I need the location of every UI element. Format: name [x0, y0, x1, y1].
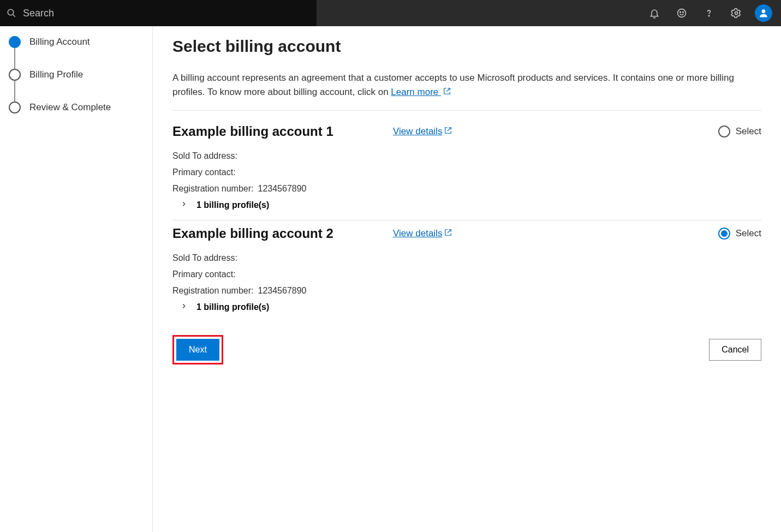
registration-value: 1234567890	[258, 286, 307, 296]
step-label: Billing Profile	[29, 69, 83, 80]
feedback-icon[interactable]	[669, 0, 695, 26]
svg-point-2	[678, 9, 686, 17]
help-icon[interactable]	[696, 0, 722, 26]
step-connector-line	[14, 81, 15, 101]
cancel-button[interactable]: Cancel	[709, 339, 761, 361]
select-radio[interactable]: Select	[718, 125, 761, 138]
sold-to-label: Sold To address:	[172, 253, 237, 263]
billing-profiles-toggle[interactable]: 1 billing profile(s)	[172, 302, 761, 312]
sold-to-label: Sold To address:	[172, 151, 237, 161]
registration-label: Registration number:	[172, 286, 254, 296]
billing-profiles-text: 1 billing profile(s)	[196, 302, 269, 312]
step-label: Review & Complete	[29, 102, 111, 113]
registration-row: Registration number: 1234567890	[172, 286, 761, 296]
step-circle-icon	[9, 69, 21, 81]
account-header: Example billing account 2 View details S…	[172, 226, 761, 241]
step-billing-account[interactable]: Billing Account	[9, 36, 144, 69]
step-label: Billing Account	[29, 37, 90, 47]
svg-point-5	[708, 15, 710, 16]
learn-more-link[interactable]: Learn more	[391, 87, 451, 97]
svg-point-0	[8, 9, 14, 15]
search-wrap	[0, 0, 317, 26]
step-billing-profile[interactable]: Billing Profile	[9, 69, 144, 101]
svg-point-6	[735, 12, 738, 15]
view-details-link[interactable]: View details	[393, 126, 452, 137]
main-panel: Select billing account A billing account…	[153, 26, 781, 532]
content: Billing Account Billing Profile Review &…	[0, 26, 781, 532]
topbar-icons	[641, 0, 777, 26]
chevron-right-icon	[180, 302, 188, 312]
primary-contact-label: Primary contact:	[172, 168, 236, 177]
primary-contact-label: Primary contact:	[172, 270, 236, 279]
svg-point-4	[683, 12, 684, 13]
step-review-complete[interactable]: Review & Complete	[9, 101, 144, 113]
view-details-link[interactable]: View details	[393, 228, 452, 239]
radio-icon	[718, 125, 730, 138]
account-name: Example billing account 2	[172, 226, 380, 241]
registration-row: Registration number: 1234567890	[172, 184, 761, 194]
notifications-icon[interactable]	[641, 0, 667, 26]
top-bar	[0, 0, 781, 26]
learn-more-text: Learn more	[391, 87, 438, 97]
step-circle-icon	[9, 36, 21, 48]
account-name: Example billing account 1	[172, 124, 380, 139]
settings-icon[interactable]	[723, 0, 749, 26]
sold-to-row: Sold To address:	[172, 253, 761, 263]
registration-value: 1234567890	[258, 184, 307, 194]
next-button[interactable]: Next	[176, 339, 219, 361]
billing-profiles-toggle[interactable]: 1 billing profile(s)	[172, 200, 761, 210]
svg-line-1	[13, 14, 15, 17]
select-radio[interactable]: Select	[718, 228, 761, 240]
search-icon	[7, 8, 16, 18]
sold-to-row: Sold To address:	[172, 151, 761, 161]
external-link-icon	[444, 126, 452, 137]
radio-icon	[718, 228, 730, 240]
chevron-right-icon	[180, 200, 188, 210]
step-connector-line	[14, 48, 15, 69]
view-details-text: View details	[393, 228, 442, 239]
svg-point-7	[762, 9, 766, 13]
view-details-text: View details	[393, 126, 442, 137]
wizard-steps: Billing Account Billing Profile Review &…	[9, 36, 144, 113]
registration-label: Registration number:	[172, 184, 254, 194]
external-link-icon	[443, 87, 451, 97]
billing-profiles-text: 1 billing profile(s)	[196, 200, 269, 210]
step-circle-icon	[9, 101, 21, 113]
external-link-icon	[444, 228, 452, 239]
page-title: Select billing account	[172, 37, 761, 56]
highlight-annotation: Next	[172, 335, 223, 364]
wizard-footer: Next Cancel	[172, 335, 761, 364]
billing-account-item: Example billing account 1 View details S…	[172, 118, 761, 220]
select-label: Select	[736, 228, 761, 239]
primary-contact-row: Primary contact:	[172, 270, 761, 279]
billing-account-item: Example billing account 2 View details S…	[172, 220, 761, 322]
page-description: A billing account represents an agreemen…	[172, 71, 761, 111]
primary-contact-row: Primary contact:	[172, 168, 761, 177]
search-input[interactable]	[16, 2, 317, 25]
account-avatar[interactable]	[750, 0, 777, 26]
account-header: Example billing account 1 View details S…	[172, 124, 761, 139]
select-label: Select	[736, 126, 761, 137]
wizard-sidebar: Billing Account Billing Profile Review &…	[0, 26, 153, 532]
description-text: A billing account represents an agreemen…	[172, 73, 734, 97]
svg-point-3	[680, 12, 681, 13]
